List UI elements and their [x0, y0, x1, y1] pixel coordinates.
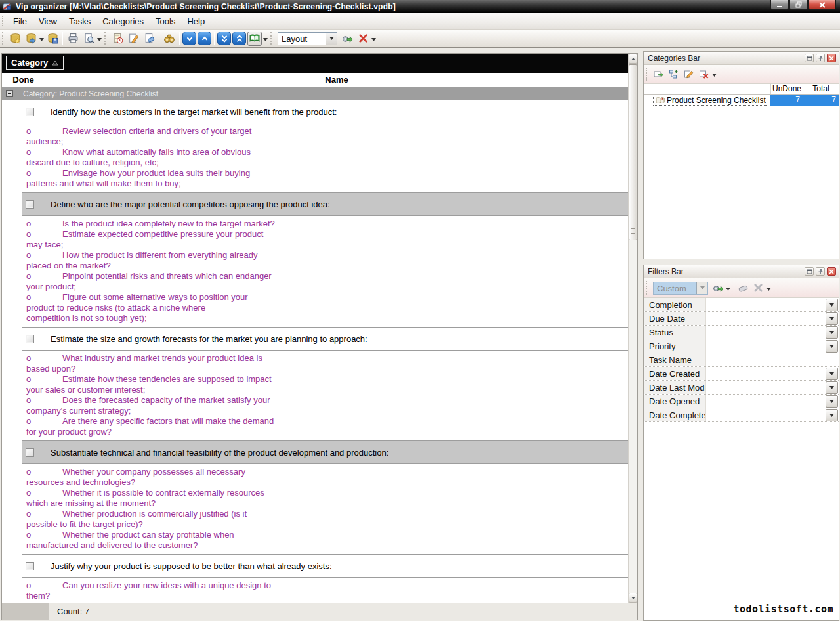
task-row[interactable]: Justify why your product is supposed to … — [22, 554, 628, 578]
menu-help[interactable]: Help — [181, 14, 211, 28]
filters-toolbar-more-icon[interactable] — [766, 281, 772, 295]
filter-value-field[interactable] — [706, 339, 826, 353]
apply-layout-icon[interactable] — [340, 32, 354, 46]
menu-categories[interactable]: Categories — [96, 14, 150, 28]
filter-dropdown-button[interactable] — [826, 312, 838, 325]
panel-close-button[interactable] — [827, 267, 836, 276]
group-by-category-header[interactable]: Category — [6, 56, 64, 70]
categories-toolbar-grip[interactable] — [646, 68, 649, 81]
minimize-button[interactable] — [770, 0, 789, 10]
category-group-row[interactable]: Category: Product Screening Checklist — [2, 87, 628, 100]
layout-combobox-dropdown-icon[interactable] — [326, 33, 337, 45]
add-subcategory-icon[interactable] — [667, 68, 681, 81]
toolbar-grip-handle[interactable] — [2, 32, 5, 45]
menu-tasks[interactable]: Tasks — [63, 14, 96, 28]
new-database-icon[interactable] — [8, 32, 22, 46]
column-header-undone[interactable]: UnDone — [770, 84, 803, 94]
filter-value-field[interactable] — [706, 367, 826, 380]
move-to-top-icon[interactable] — [232, 32, 246, 45]
filter-value-field[interactable] — [706, 298, 826, 311]
restore-icon — [795, 1, 803, 8]
filter-dropdown-button[interactable] — [826, 409, 838, 421]
move-to-bottom-icon[interactable] — [217, 32, 231, 45]
column-header-total[interactable]: Total — [803, 84, 839, 94]
new-task-icon[interactable] — [110, 32, 125, 46]
filter-value-field[interactable] — [706, 381, 826, 394]
task-row[interactable]: Identify how the customers in the target… — [22, 100, 628, 123]
scroll-down-icon[interactable] — [629, 593, 637, 603]
category-tree-row[interactable]: Product Screening Checklist 7 7 — [644, 95, 839, 106]
filter-value-field[interactable] — [706, 353, 839, 366]
layout-view-dropdown-icon[interactable] — [262, 32, 268, 46]
task-done-checkbox[interactable] — [26, 108, 34, 116]
restore-button[interactable] — [789, 0, 808, 10]
delete-category-icon[interactable] — [697, 68, 711, 81]
note-text: Know what automatically falls into area … — [62, 147, 251, 157]
column-header-done[interactable]: Done — [2, 73, 45, 87]
toolbar-options-icon[interactable] — [371, 32, 377, 46]
move-down-icon[interactable] — [182, 32, 196, 45]
scrollbar-thumb[interactable] — [629, 64, 637, 240]
filter-dropdown-button[interactable] — [826, 368, 838, 380]
filter-dropdown-button[interactable] — [826, 340, 838, 353]
vertical-scrollbar[interactable] — [628, 54, 637, 603]
delete-filter-icon[interactable] — [751, 281, 765, 295]
filter-rows: CompletionDue DateStatusPriorityTask Nam… — [644, 298, 839, 422]
note-line: oEstimate expected competitive pressure … — [22, 229, 628, 240]
scroll-up-icon[interactable] — [629, 54, 637, 64]
category-name-cell[interactable]: Product Screening Checklist — [653, 95, 768, 106]
column-header-name[interactable]: Name — [45, 73, 628, 87]
filter-preset-dropdown-icon[interactable] — [696, 282, 707, 294]
categories-toolbar-more-icon[interactable] — [711, 67, 717, 81]
edit-task-icon[interactable] — [126, 32, 140, 46]
filter-dropdown-button[interactable] — [826, 326, 838, 339]
filter-value-field[interactable] — [706, 326, 826, 339]
filter-dropdown-button[interactable] — [826, 381, 838, 394]
save-database-icon[interactable] — [45, 32, 60, 46]
toolbar-grip-handle[interactable] — [104, 32, 108, 45]
collapse-icon[interactable] — [6, 90, 13, 97]
panel-restore-button[interactable] — [805, 54, 814, 62]
toolbar-grip-handle[interactable] — [270, 32, 274, 45]
find-icon[interactable] — [162, 32, 177, 46]
panel-close-button[interactable] — [827, 54, 836, 62]
panel-restore-button[interactable] — [805, 267, 814, 276]
delete-task-icon[interactable] — [142, 32, 156, 46]
print-preview-dropdown-icon[interactable] — [96, 32, 102, 46]
task-row[interactable]: Define who are the major potential compe… — [22, 192, 628, 216]
filter-preset-combobox[interactable]: Custom — [653, 282, 708, 295]
menu-grip-handle[interactable] — [2, 16, 5, 27]
task-done-checkbox[interactable] — [26, 335, 34, 343]
apply-filter-icon[interactable] — [711, 281, 724, 295]
filter-value-field[interactable] — [706, 395, 826, 408]
print-icon[interactable] — [66, 32, 80, 46]
layout-combobox[interactable]: Layout — [278, 32, 337, 45]
edit-category-icon[interactable] — [682, 68, 696, 81]
print-preview-icon[interactable] — [81, 32, 96, 46]
task-row[interactable]: Substantiate technical and financial fea… — [22, 440, 628, 464]
task-done-checkbox[interactable] — [26, 200, 34, 209]
layout-view-icon[interactable] — [247, 32, 262, 46]
task-done-checkbox[interactable] — [26, 448, 34, 457]
task-done-checkbox[interactable] — [26, 562, 34, 570]
add-category-icon[interactable] — [652, 68, 665, 81]
filter-value-field[interactable] — [706, 408, 826, 421]
menu-view[interactable]: View — [33, 14, 63, 28]
open-database-icon[interactable] — [24, 32, 38, 46]
dock-splitter[interactable] — [638, 48, 643, 621]
menu-file[interactable]: File — [7, 14, 33, 28]
filter-dropdown-button[interactable] — [826, 395, 838, 408]
filters-toolbar-grip[interactable] — [646, 281, 649, 294]
apply-filter-dropdown-icon[interactable] — [725, 281, 731, 295]
open-database-dropdown-icon[interactable] — [39, 32, 45, 46]
close-button[interactable] — [808, 0, 836, 10]
clear-filter-icon[interactable] — [736, 281, 750, 295]
panel-pin-button[interactable] — [816, 54, 825, 62]
menu-tools[interactable]: Tools — [150, 14, 181, 28]
filter-value-field[interactable] — [706, 312, 826, 325]
move-up-icon[interactable] — [198, 32, 211, 45]
filter-dropdown-button[interactable] — [826, 299, 838, 311]
delete-layout-icon[interactable] — [356, 32, 370, 46]
panel-pin-button[interactable] — [816, 267, 825, 276]
task-row[interactable]: Estimate the size and growth forecasts f… — [22, 327, 628, 351]
